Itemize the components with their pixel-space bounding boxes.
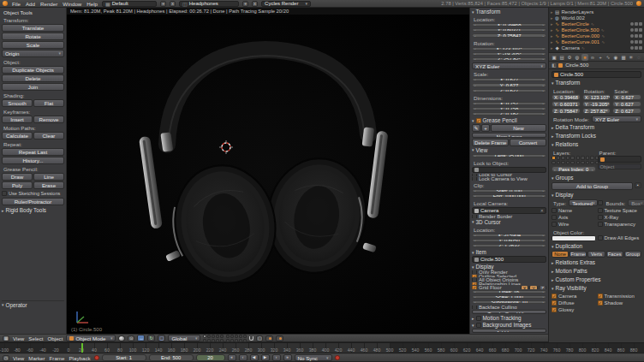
item-name-field[interactable]: Circle.500	[472, 256, 546, 263]
screen-layout-select[interactable]: ▦ Default	[102, 1, 157, 7]
layer-cell[interactable]	[220, 339, 224, 342]
layer-cell[interactable]	[216, 335, 219, 338]
insert-keyframe-button[interactable]: Insert	[2, 116, 33, 123]
snap-element-icon[interactable]: ▢	[256, 335, 263, 341]
frame-start-field[interactable]: Start: 1	[102, 354, 146, 361]
expand-icon[interactable]: ▸	[551, 15, 553, 21]
scene-delete-button[interactable]: x	[252, 1, 258, 7]
display-panel-header[interactable]: ▾Display	[472, 264, 546, 270]
duplication-panel-header[interactable]: ▾Duplication	[552, 242, 641, 250]
ray-glossy-checkbox[interactable]: Glossy	[552, 306, 596, 313]
layer-cell[interactable]	[552, 161, 556, 165]
grid-x-toggle[interactable]: X	[521, 286, 528, 289]
gp-convert-button[interactable]: Convert	[510, 139, 546, 146]
layer-cell[interactable]	[561, 161, 565, 165]
clip-end-field[interactable]: ‹End: 1000.000›	[472, 194, 546, 198]
bounds-type-select[interactable]: Box▾	[628, 199, 644, 206]
browse-icon[interactable]: ◧	[552, 62, 556, 68]
layer-cell[interactable]	[207, 335, 211, 338]
object-menu[interactable]: Object	[47, 335, 64, 341]
ruler-protractor-button[interactable]: Ruler/Protractor	[2, 198, 64, 205]
duplication-tab-none[interactable]: None	[552, 251, 569, 258]
layout-add-button[interactable]: +	[160, 1, 166, 7]
join-button[interactable]: Join	[2, 83, 64, 91]
properties-tab-particles[interactable]: ✳	[628, 54, 635, 61]
properties-tab-scene[interactable]: ⚙	[566, 54, 573, 61]
motion-tracking-checkbox[interactable]	[476, 316, 481, 321]
play-button[interactable]: ▶	[261, 354, 270, 361]
ray-diffuse-checkbox[interactable]: Diffuse	[552, 300, 596, 306]
render-border-checkbox[interactable]: Render Border	[472, 215, 546, 218]
properties-tab-render-layers[interactable]: ▤	[558, 54, 565, 61]
layer-cell[interactable]	[552, 156, 556, 160]
relations-extras-panel-header[interactable]: ▸Relations Extras	[552, 258, 641, 266]
origin-menu[interactable]: Origin▾	[2, 50, 64, 57]
props-scl-z[interactable]: Z: 0.627	[612, 108, 641, 114]
grid-scale-field[interactable]: ‹Scale: 1.000›	[472, 295, 546, 299]
frame-end-field[interactable]: End: 500	[149, 354, 194, 361]
expand-icon[interactable]: ▸	[551, 9, 553, 15]
layer-cell[interactable]	[203, 335, 206, 338]
manipulator-translate-button[interactable]: ↔	[137, 335, 145, 341]
show-axis-checkbox[interactable]: Axis	[552, 214, 596, 221]
renderability-camera-icon[interactable]	[639, 40, 642, 44]
outliner-row[interactable]: ▸∿BezierCircle∿	[551, 21, 644, 27]
viewport-canvas[interactable]	[67, 15, 469, 332]
layer-cell[interactable]	[590, 161, 594, 165]
gp-draw-button[interactable]: Draw	[2, 173, 33, 181]
opengl-render-animation-button[interactable]	[276, 335, 283, 341]
blender-logo-icon[interactable]	[3, 1, 8, 6]
props-rotation-mode-select[interactable]: XYZ Euler▾	[592, 116, 641, 122]
duplication-tab-frames[interactable]: Frames	[569, 251, 587, 258]
add-to-group-button[interactable]: Add to Group	[552, 182, 633, 190]
motion-paths-panel-header[interactable]: ▸Motion Paths	[552, 267, 641, 275]
repeat-last-button[interactable]: Repeat Last	[2, 148, 64, 156]
mode-select[interactable]: Object Mode ▾	[66, 335, 116, 341]
visibility-eye-icon[interactable]	[630, 34, 634, 38]
location-x-field[interactable]: ‹X: 0.39468›	[472, 23, 546, 27]
visibility-eye-icon[interactable]	[630, 22, 634, 26]
record-button[interactable]	[335, 355, 340, 360]
toggle-quad-view-button[interactable]: Toggle Quad View	[472, 310, 546, 314]
layer-cell[interactable]	[230, 339, 234, 342]
motion-tracking-panel-header[interactable]: ▸Motion Tracking	[472, 315, 546, 321]
manipulator-rotate-button[interactable]: ↻	[147, 335, 155, 341]
cursor-x-field[interactable]: ‹X: -0.5904›	[472, 234, 546, 237]
parent-type-field[interactable]: Object	[598, 163, 642, 169]
background-images-checkbox[interactable]	[476, 323, 481, 328]
outliner-row[interactable]: ▸∿BezierCurve.001∿	[551, 39, 644, 45]
layer-cell[interactable]	[566, 161, 570, 165]
dimensions-x-field[interactable]: ‹X: 0.757›	[472, 102, 546, 105]
sync-mode-select[interactable]: No Sync▾	[295, 354, 332, 361]
rotation-mode-select[interactable]: XYZ Euler▾	[472, 62, 546, 69]
renderability-camera-icon[interactable]	[639, 22, 642, 26]
layer-cell[interactable]	[235, 339, 238, 342]
layer-cell[interactable]	[557, 156, 561, 160]
relations-panel-header[interactable]: ▾Relations	[552, 140, 641, 148]
layer-cell[interactable]	[570, 161, 575, 165]
viewport-3d[interactable]: Mem: 81.20M, Peak 81.20M | Headphones | …	[67, 8, 469, 334]
all-object-origins-checkbox[interactable]: All Object Origins	[472, 278, 546, 282]
sketching-sessions-checkbox[interactable]: Use Sketching Sessions	[2, 190, 64, 197]
outliner-row[interactable]: ▸◆Camera∿	[551, 45, 644, 50]
relationship-lines-checkbox[interactable]: Relationship Lines	[472, 282, 546, 286]
timeline-ruler[interactable]: -100-80-60-40-20020406080100120140160180…	[0, 343, 644, 353]
show-wire-checkbox[interactable]: Wire	[552, 221, 596, 228]
visibility-eye-icon[interactable]	[630, 40, 634, 44]
properties-tab-material[interactable]: ◉	[612, 54, 619, 61]
layer-cell[interactable]	[557, 161, 561, 165]
timeline-playback-menu[interactable]: Playback	[68, 355, 91, 361]
gp-new-button[interactable]: New	[491, 124, 546, 132]
props-rot-z[interactable]: Z: 257.82°	[582, 108, 611, 114]
previous-keyframe-button[interactable]: ‹	[239, 354, 247, 361]
only-render-checkbox[interactable]: Only Render	[472, 270, 546, 274]
delete-button[interactable]: Delete	[2, 74, 64, 82]
grid-z-toggle[interactable]: Z	[539, 286, 546, 289]
layer-cell[interactable]	[576, 161, 581, 165]
duplicate-objects-button[interactable]: Duplicate Objects	[2, 66, 64, 74]
rotation-x-field[interactable]: ‹X: 123.107°›	[472, 47, 546, 50]
location-z-field[interactable]: ‹Z: 0.75847›	[472, 33, 546, 37]
snap-magnet-icon[interactable]	[249, 336, 253, 341]
show-name-checkbox[interactable]: Name	[552, 207, 596, 214]
menu-help[interactable]: Help	[86, 1, 98, 7]
